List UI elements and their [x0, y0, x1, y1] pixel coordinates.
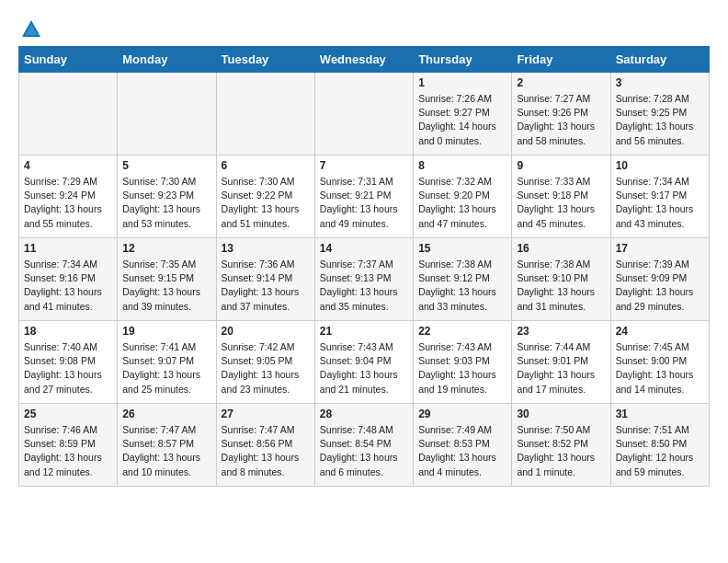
- day-number: 5: [122, 159, 210, 172]
- dow-sunday: Sunday: [19, 47, 118, 73]
- cell-info: Sunrise: 7:51 AMSunset: 8:50 PMDaylight:…: [616, 423, 704, 479]
- cell-info: Sunrise: 7:48 AMSunset: 8:54 PMDaylight:…: [320, 423, 408, 479]
- day-number: 8: [418, 159, 506, 172]
- day-number: 17: [616, 242, 704, 255]
- calendar-cell: 9 Sunrise: 7:33 AMSunset: 9:18 PMDayligh…: [512, 155, 610, 238]
- week-row-4: 18 Sunrise: 7:40 AMSunset: 9:08 PMDaylig…: [19, 321, 710, 404]
- cell-info: Sunrise: 7:43 AMSunset: 9:03 PMDaylight:…: [418, 340, 506, 396]
- cell-info: Sunrise: 7:34 AMSunset: 9:16 PMDaylight:…: [24, 258, 112, 314]
- day-number: 2: [517, 76, 605, 89]
- calendar-cell: 16 Sunrise: 7:38 AMSunset: 9:10 PMDaylig…: [512, 238, 610, 321]
- cell-info: Sunrise: 7:36 AMSunset: 9:14 PMDaylight:…: [222, 258, 310, 314]
- dow-wednesday: Wednesday: [314, 47, 413, 73]
- calendar-cell: 7 Sunrise: 7:31 AMSunset: 9:21 PMDayligh…: [314, 155, 413, 238]
- cell-info: Sunrise: 7:38 AMSunset: 9:12 PMDaylight:…: [418, 258, 506, 314]
- cell-info: Sunrise: 7:50 AMSunset: 8:52 PMDaylight:…: [517, 423, 605, 479]
- calendar-cell: 27 Sunrise: 7:47 AMSunset: 8:56 PMDaylig…: [216, 404, 314, 487]
- cell-info: Sunrise: 7:37 AMSunset: 9:13 PMDaylight:…: [320, 258, 408, 314]
- calendar-cell: 20 Sunrise: 7:42 AMSunset: 9:05 PMDaylig…: [216, 321, 314, 404]
- cell-info: Sunrise: 7:44 AMSunset: 9:01 PMDaylight:…: [517, 340, 605, 396]
- cell-info: Sunrise: 7:31 AMSunset: 9:21 PMDaylight:…: [320, 175, 408, 231]
- calendar-cell: 11 Sunrise: 7:34 AMSunset: 9:16 PMDaylig…: [19, 238, 118, 321]
- calendar-cell: 12 Sunrise: 7:35 AMSunset: 9:15 PMDaylig…: [118, 238, 216, 321]
- cell-info: Sunrise: 7:30 AMSunset: 9:23 PMDaylight:…: [122, 175, 210, 231]
- day-number: 10: [616, 159, 704, 172]
- day-number: 21: [320, 325, 408, 338]
- day-number: 4: [24, 159, 112, 172]
- calendar-table: SundayMondayTuesdayWednesdayThursdayFrid…: [18, 46, 710, 487]
- day-number: 18: [24, 325, 112, 338]
- calendar-cell: 24 Sunrise: 7:45 AMSunset: 9:00 PMDaylig…: [610, 321, 709, 404]
- day-number: 7: [320, 159, 408, 172]
- calendar-cell: 1 Sunrise: 7:26 AMSunset: 9:27 PMDayligh…: [414, 73, 512, 155]
- cell-info: Sunrise: 7:32 AMSunset: 9:20 PMDaylight:…: [418, 175, 506, 231]
- day-number: 9: [517, 159, 605, 172]
- day-number: 31: [616, 408, 704, 420]
- page-header: [18, 18, 710, 37]
- calendar-cell: 23 Sunrise: 7:44 AMSunset: 9:01 PMDaylig…: [512, 321, 610, 404]
- cell-info: Sunrise: 7:40 AMSunset: 9:08 PMDaylight:…: [24, 340, 112, 396]
- dow-saturday: Saturday: [610, 47, 709, 73]
- calendar-cell: 26 Sunrise: 7:47 AMSunset: 8:57 PMDaylig…: [118, 404, 216, 487]
- cell-info: Sunrise: 7:39 AMSunset: 9:09 PMDaylight:…: [616, 258, 704, 314]
- cell-info: Sunrise: 7:47 AMSunset: 8:57 PMDaylight:…: [122, 423, 210, 479]
- dow-thursday: Thursday: [414, 47, 512, 73]
- calendar-cell: 22 Sunrise: 7:43 AMSunset: 9:03 PMDaylig…: [414, 321, 512, 404]
- cell-info: Sunrise: 7:35 AMSunset: 9:15 PMDaylight:…: [122, 258, 210, 314]
- day-number: 6: [222, 159, 310, 172]
- calendar-cell: 4 Sunrise: 7:29 AMSunset: 9:24 PMDayligh…: [19, 155, 118, 238]
- calendar-cell: 3 Sunrise: 7:28 AMSunset: 9:25 PMDayligh…: [610, 73, 709, 155]
- cell-info: Sunrise: 7:30 AMSunset: 9:22 PMDaylight:…: [222, 175, 310, 231]
- day-number: 13: [222, 242, 310, 255]
- calendar-cell: 8 Sunrise: 7:32 AMSunset: 9:20 PMDayligh…: [414, 155, 512, 238]
- calendar-cell: 28 Sunrise: 7:48 AMSunset: 8:54 PMDaylig…: [314, 404, 413, 487]
- cell-info: Sunrise: 7:34 AMSunset: 9:17 PMDaylight:…: [616, 175, 704, 231]
- logo-icon: [20, 18, 42, 40]
- day-number: 19: [122, 325, 210, 338]
- day-number: 24: [616, 325, 704, 338]
- cell-info: Sunrise: 7:46 AMSunset: 8:59 PMDaylight:…: [24, 423, 112, 479]
- day-number: 20: [222, 325, 310, 338]
- dow-friday: Friday: [512, 47, 610, 73]
- calendar-cell: 5 Sunrise: 7:30 AMSunset: 9:23 PMDayligh…: [118, 155, 216, 238]
- cell-info: Sunrise: 7:33 AMSunset: 9:18 PMDaylight:…: [517, 175, 605, 231]
- dow-tuesday: Tuesday: [216, 47, 314, 73]
- day-number: 15: [418, 242, 506, 255]
- week-row-3: 11 Sunrise: 7:34 AMSunset: 9:16 PMDaylig…: [19, 238, 710, 321]
- day-number: 16: [517, 242, 605, 255]
- cell-info: Sunrise: 7:45 AMSunset: 9:00 PMDaylight:…: [616, 340, 704, 396]
- week-row-1: 1 Sunrise: 7:26 AMSunset: 9:27 PMDayligh…: [19, 73, 710, 155]
- day-number: 11: [24, 242, 112, 255]
- cell-info: Sunrise: 7:41 AMSunset: 9:07 PMDaylight:…: [122, 340, 210, 396]
- calendar-cell: [314, 73, 413, 155]
- day-number: 22: [418, 325, 506, 338]
- day-number: 23: [517, 325, 605, 338]
- dow-monday: Monday: [118, 47, 216, 73]
- calendar-cell: 15 Sunrise: 7:38 AMSunset: 9:12 PMDaylig…: [414, 238, 512, 321]
- week-row-2: 4 Sunrise: 7:29 AMSunset: 9:24 PMDayligh…: [19, 155, 710, 238]
- cell-info: Sunrise: 7:42 AMSunset: 9:05 PMDaylight:…: [222, 340, 310, 396]
- calendar-cell: [118, 73, 216, 155]
- calendar-cell: 10 Sunrise: 7:34 AMSunset: 9:17 PMDaylig…: [610, 155, 709, 238]
- day-number: 30: [517, 408, 605, 420]
- day-number: 25: [24, 408, 112, 420]
- cell-info: Sunrise: 7:28 AMSunset: 9:25 PMDaylight:…: [616, 92, 704, 148]
- calendar-cell: 21 Sunrise: 7:43 AMSunset: 9:04 PMDaylig…: [314, 321, 413, 404]
- calendar-cell: 17 Sunrise: 7:39 AMSunset: 9:09 PMDaylig…: [610, 238, 709, 321]
- day-number: 27: [222, 408, 310, 420]
- calendar-cell: 6 Sunrise: 7:30 AMSunset: 9:22 PMDayligh…: [216, 155, 314, 238]
- calendar-cell: 14 Sunrise: 7:37 AMSunset: 9:13 PMDaylig…: [314, 238, 413, 321]
- day-of-week-header: SundayMondayTuesdayWednesdayThursdayFrid…: [19, 47, 710, 73]
- calendar-cell: 19 Sunrise: 7:41 AMSunset: 9:07 PMDaylig…: [118, 321, 216, 404]
- calendar-cell: [19, 73, 118, 155]
- week-row-5: 25 Sunrise: 7:46 AMSunset: 8:59 PMDaylig…: [19, 404, 710, 487]
- day-number: 26: [122, 408, 210, 420]
- day-number: 28: [320, 408, 408, 420]
- cell-info: Sunrise: 7:47 AMSunset: 8:56 PMDaylight:…: [222, 423, 310, 479]
- calendar-cell: 18 Sunrise: 7:40 AMSunset: 9:08 PMDaylig…: [19, 321, 118, 404]
- logo: [18, 18, 42, 37]
- cell-info: Sunrise: 7:49 AMSunset: 8:53 PMDaylight:…: [418, 423, 506, 479]
- calendar-cell: 29 Sunrise: 7:49 AMSunset: 8:53 PMDaylig…: [414, 404, 512, 487]
- calendar-cell: 25 Sunrise: 7:46 AMSunset: 8:59 PMDaylig…: [19, 404, 118, 487]
- cell-info: Sunrise: 7:43 AMSunset: 9:04 PMDaylight:…: [320, 340, 408, 396]
